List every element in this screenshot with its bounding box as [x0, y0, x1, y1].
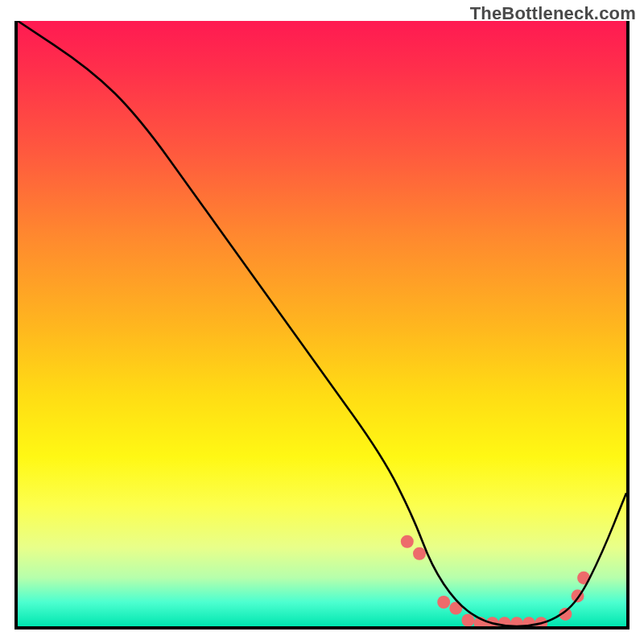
- marker-dot: [437, 596, 450, 609]
- plot-area: [14, 21, 630, 630]
- marker-dot: [461, 613, 474, 626]
- marker-dot: [510, 617, 523, 626]
- marker-dot: [413, 547, 426, 560]
- marker-dot: [401, 535, 414, 548]
- curve-path: [18, 21, 626, 626]
- chart-svg: [18, 21, 626, 626]
- chart-container: TheBottleneck.com: [0, 0, 644, 644]
- watermark-label: TheBottleneck.com: [470, 3, 636, 24]
